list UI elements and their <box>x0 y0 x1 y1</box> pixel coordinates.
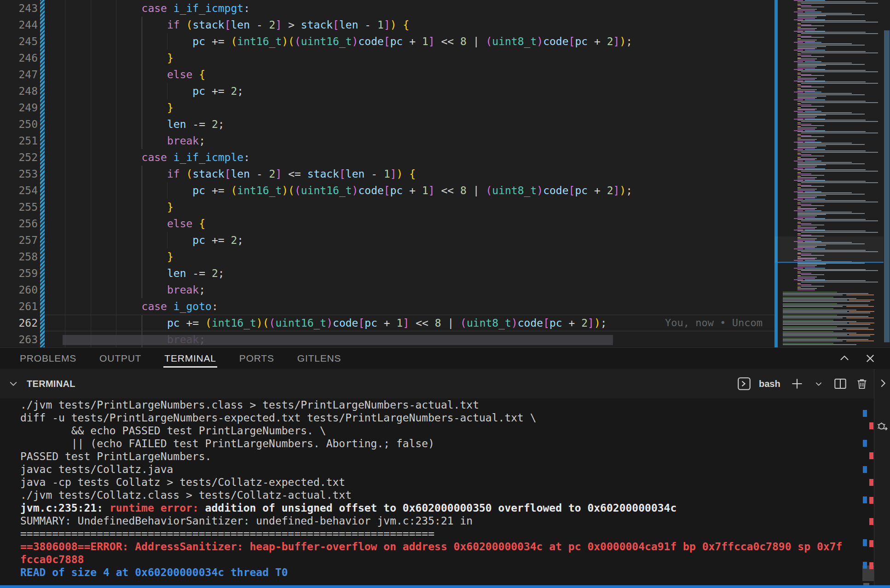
minimap-slider[interactable] <box>774 236 884 263</box>
editor-lines[interactable]: 243 case i_if_icmpgt:244 if (stack[len -… <box>0 0 774 348</box>
panel-tab-problems[interactable]: PROBLEMS <box>20 348 76 369</box>
shell-label: bash <box>759 379 780 389</box>
code-line[interactable]: 249 } <box>0 99 774 116</box>
code-line[interactable]: 258 } <box>0 248 774 265</box>
code-line[interactable]: 247 else { <box>0 66 774 83</box>
terminal-line: ./jvm tests/Collatz.class > tests/Collat… <box>20 489 853 502</box>
line-number: 246 <box>0 50 38 66</box>
terminal-line: READ of size 4 at 0x60200000034c thread … <box>20 566 853 579</box>
panel-tab-gitlens[interactable]: GITLENS <box>297 348 341 369</box>
code-editor[interactable]: 243 case i_if_icmpgt:244 if (stack[len -… <box>0 0 890 347</box>
indent-guide <box>65 0 65 17</box>
kill-terminal-trash-icon[interactable] <box>855 377 869 391</box>
line-number: 260 <box>0 282 38 298</box>
indent-guide <box>65 99 65 116</box>
indent-guide <box>116 315 116 331</box>
indent-guide <box>142 265 142 282</box>
indent-guide <box>91 133 91 149</box>
panel-actions <box>838 352 877 365</box>
line-number: 253 <box>0 166 38 182</box>
code-line[interactable]: 256 else { <box>0 215 774 232</box>
maximize-panel-icon[interactable] <box>838 352 851 365</box>
code-line[interactable]: 248 pc += 2; <box>0 83 774 99</box>
terminal-line: PASSED test PrintLargeNumbers. <box>20 450 853 463</box>
code-text: case i_goto: <box>40 298 218 315</box>
indent-guide <box>65 83 65 99</box>
code-line[interactable]: 245 pc += (int16_t)((uint16_t)code[pc + … <box>0 33 774 50</box>
terminal-decoration-blue <box>863 562 867 569</box>
debug-bug-icon[interactable] <box>875 419 889 432</box>
indent-guide <box>142 199 142 215</box>
gitlens-blame-annotation: You, now • Uncom <box>665 315 763 331</box>
terminal-decoration-red <box>869 452 873 459</box>
terminal-decoration-red <box>869 540 873 547</box>
panel-tab-ports[interactable]: PORTS <box>239 348 274 369</box>
code-line[interactable]: 246 } <box>0 50 774 66</box>
indent-guide <box>116 182 116 199</box>
terminal-profiles-chevron-icon[interactable] <box>812 377 826 391</box>
indent-guide <box>91 116 91 133</box>
indent-guide <box>116 282 116 298</box>
editor-scrollbar-thumb[interactable] <box>884 30 890 342</box>
indent-guide <box>116 232 116 248</box>
indent-guide <box>116 33 116 50</box>
indent-guide <box>167 83 168 99</box>
indent-guide <box>65 66 65 83</box>
code-line[interactable]: 243 case i_if_icmpgt: <box>0 0 774 17</box>
indent-guide <box>142 315 142 331</box>
indent-guide <box>142 99 142 116</box>
code-text: break; <box>40 282 205 298</box>
new-terminal-icon[interactable] <box>790 377 804 391</box>
split-terminal-icon[interactable] <box>833 377 847 391</box>
horizontal-scrollbar-thumb[interactable] <box>63 335 613 345</box>
indent-guide <box>65 149 65 166</box>
panel-tab-output[interactable]: OUTPUT <box>99 348 141 369</box>
code-text: pc += (int16_t)((uint16_t)code[pc + 1] <… <box>40 315 607 331</box>
collapse-section-icon[interactable] <box>6 377 20 391</box>
code-line[interactable]: 262 pc += (int16_t)((uint16_t)code[pc + … <box>0 315 774 331</box>
indent-guide <box>142 83 142 99</box>
indent-guide <box>142 66 142 83</box>
code-line[interactable]: 251 break; <box>0 133 774 149</box>
indent-guide <box>91 66 91 83</box>
line-number: 252 <box>0 149 38 166</box>
panel-tab-terminal[interactable]: TERMINAL <box>164 348 216 369</box>
indent-guide <box>65 133 65 149</box>
code-line[interactable]: 255 } <box>0 199 774 215</box>
minimap[interactable] <box>774 0 884 348</box>
terminal-line: && echo PASSED test PrintLargeNumbers. \ <box>20 424 853 437</box>
indent-guide <box>142 17 142 33</box>
code-line[interactable]: 260 break; <box>0 282 774 298</box>
terminal-line: ./jvm tests/PrintLargeNumbers.class > te… <box>20 398 853 411</box>
indent-guide <box>65 116 65 133</box>
terminal-output[interactable]: ./jvm tests/PrintLargeNumbers.class > te… <box>20 398 853 585</box>
code-line[interactable]: 261 case i_goto: <box>0 298 774 315</box>
terminal-shell-icon <box>737 377 751 391</box>
code-text: len -= 2; <box>40 265 225 282</box>
indent-guide <box>91 83 91 99</box>
code-line[interactable]: 254 pc += (int16_t)((uint16_t)code[pc + … <box>0 182 774 199</box>
line-number: 258 <box>0 248 38 265</box>
indent-guide <box>116 248 116 265</box>
code-line[interactable]: 252 case i_if_icmple: <box>0 149 774 166</box>
panel-tab-bar: PROBLEMSOUTPUTTERMINALPORTSGITLENS <box>0 348 890 369</box>
code-text: pc += 2; <box>40 83 243 99</box>
code-line[interactable]: 250 len -= 2; <box>0 116 774 133</box>
code-text: } <box>40 50 173 66</box>
indent-guide <box>116 99 116 116</box>
indent-guide <box>91 232 91 248</box>
code-line[interactable]: 253 if (stack[len - 2] <= stack[len - 1]… <box>0 166 774 182</box>
code-line[interactable]: 257 pc += 2; <box>0 232 774 248</box>
close-panel-icon[interactable] <box>863 352 877 365</box>
scroll-right-chevron-icon[interactable] <box>876 376 890 390</box>
indent-guide <box>91 215 91 232</box>
code-line[interactable]: 259 len -= 2; <box>0 265 774 282</box>
terminal-line: ========================================… <box>20 527 853 540</box>
bottom-panel: PROBLEMSOUTPUTTERMINALPORTSGITLENS TERMI… <box>0 347 890 588</box>
line-number: 244 <box>0 17 38 33</box>
indent-guide <box>116 133 116 149</box>
minimap-current-line-marker <box>778 262 884 263</box>
editor-scrollbar[interactable] <box>884 0 890 347</box>
code-line[interactable]: 244 if (stack[len - 2] > stack[len - 1])… <box>0 17 774 33</box>
panel-right-strip <box>874 369 890 588</box>
